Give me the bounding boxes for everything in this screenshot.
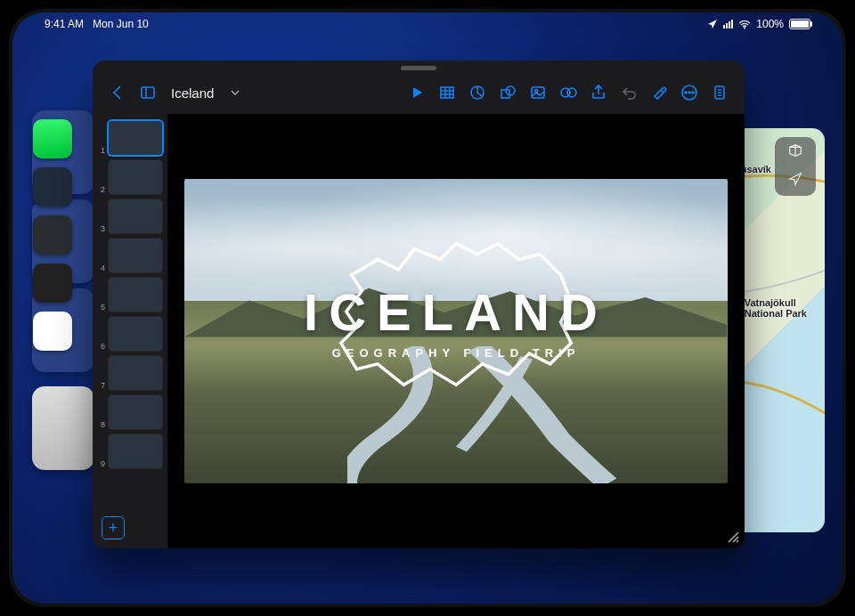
status-date: Mon Jun 10 (93, 18, 149, 30)
slide-navigator: 1 2 3 4 5 6 7 8 9 + (93, 114, 168, 548)
status-time: 9:41 AM (45, 18, 84, 30)
maps-3d-icon[interactable] (787, 142, 803, 162)
slide-thumbnail[interactable]: 2 (98, 160, 162, 194)
slide-thumbnail[interactable]: 5 (98, 278, 162, 312)
maps-locate-icon[interactable] (787, 171, 803, 190)
svg-point-9 (567, 88, 576, 97)
insert-shape-button[interactable] (495, 80, 520, 105)
dock-app[interactable] (33, 215, 72, 255)
svg-point-0 (744, 28, 745, 29)
screen: 9:41 AM Mon Jun 10 100% (12, 12, 843, 604)
sidebar-toggle-button[interactable] (135, 80, 160, 105)
insert-media-button[interactable] (525, 80, 550, 105)
add-slide-button[interactable]: + (102, 516, 125, 539)
slide[interactable]: ICELAND GEOGRAPHY FIELD TRIP (184, 179, 727, 484)
toolbar: Iceland (93, 75, 745, 110)
slide-canvas[interactable]: ICELAND GEOGRAPHY FIELD TRIP (167, 114, 745, 548)
battery-icon (789, 19, 810, 29)
ipad-frame: 9:41 AM Mon Jun 10 100% (0, 0, 855, 616)
wifi-icon (738, 20, 751, 28)
multitask-pill[interactable] (401, 66, 436, 70)
slide-subtitle[interactable]: GEOGRAPHY FIELD TRIP (184, 346, 727, 360)
svg-rect-1 (142, 87, 154, 98)
svg-point-13 (692, 92, 694, 93)
svg-rect-2 (441, 87, 453, 98)
format-button[interactable] (647, 80, 672, 105)
svg-point-11 (685, 92, 687, 93)
slide-thumbnail[interactable]: 3 (98, 199, 162, 233)
slide-thumbnail[interactable]: 6 (98, 317, 162, 351)
slide-thumbnail[interactable]: 8 (98, 395, 162, 429)
app-dock (30, 119, 75, 497)
back-button[interactable] (105, 80, 130, 105)
share-button[interactable] (586, 80, 611, 105)
insert-chart-button[interactable] (465, 80, 490, 105)
more-button[interactable] (677, 80, 702, 105)
document-name[interactable]: Iceland (171, 85, 214, 101)
insert-table-button[interactable] (435, 80, 460, 105)
dock-photos[interactable] (33, 312, 72, 351)
svg-point-12 (688, 92, 690, 93)
svg-point-5 (506, 86, 515, 95)
slide-thumbnail[interactable]: 7 (98, 356, 162, 390)
slide-thumbnail[interactable]: 9 (98, 434, 162, 468)
map-label-park: Vatnajökull National Park (745, 297, 807, 319)
slide-thumbnail[interactable]: 1 (98, 121, 162, 155)
insert-comment-button[interactable] (556, 80, 581, 105)
document-menu-chevron[interactable] (223, 80, 248, 105)
document-options-button[interactable] (707, 80, 732, 105)
play-button[interactable] (404, 80, 429, 105)
keynote-window: Iceland 1 2 3 4 (93, 61, 745, 548)
cell-signal-icon (723, 20, 733, 28)
slide-title[interactable]: ICELAND (184, 282, 727, 342)
slide-thumbnail[interactable]: 4 (98, 239, 162, 272)
maps-controls (775, 137, 816, 196)
undo-button[interactable] (616, 80, 641, 105)
battery-pct: 100% (756, 18, 784, 30)
dock-app[interactable] (33, 167, 72, 207)
location-icon (707, 19, 718, 29)
status-bar: 9:41 AM Mon Jun 10 100% (12, 18, 843, 36)
window-resize-handle[interactable] (725, 529, 739, 543)
dock-calculator[interactable] (33, 263, 72, 303)
dock-messages[interactable] (33, 119, 72, 158)
